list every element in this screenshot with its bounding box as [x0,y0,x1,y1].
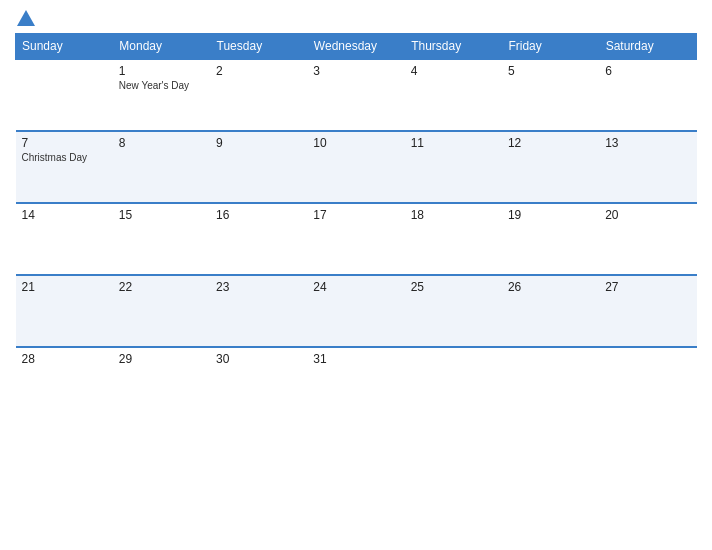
weekday-header-wednesday: Wednesday [307,34,404,60]
calendar-cell: 6 [599,59,696,131]
day-number: 5 [508,64,593,78]
day-number: 2 [216,64,301,78]
day-number: 13 [605,136,690,150]
calendar-cell: 9 [210,131,307,203]
weekday-header-row: SundayMondayTuesdayWednesdayThursdayFrid… [16,34,697,60]
day-number: 9 [216,136,301,150]
calendar-cell: 30 [210,347,307,419]
calendar-cell: 29 [113,347,210,419]
calendar-cell: 8 [113,131,210,203]
calendar-cell: 24 [307,275,404,347]
calendar-cell: 13 [599,131,696,203]
calendar-cell: 28 [16,347,113,419]
calendar-cell: 16 [210,203,307,275]
calendar-cell: 3 [307,59,404,131]
weekday-header-tuesday: Tuesday [210,34,307,60]
day-number: 6 [605,64,690,78]
logo-triangle-icon [17,10,35,26]
day-number: 31 [313,352,398,366]
calendar-cell: 2 [210,59,307,131]
calendar-cell: 7Christmas Day [16,131,113,203]
calendar-cell: 19 [502,203,599,275]
weekday-header-thursday: Thursday [405,34,502,60]
calendar-cell: 23 [210,275,307,347]
calendar-cell: 15 [113,203,210,275]
day-number: 22 [119,280,204,294]
calendar-cell: 22 [113,275,210,347]
day-number: 16 [216,208,301,222]
calendar-cell: 14 [16,203,113,275]
day-number: 18 [411,208,496,222]
day-number: 12 [508,136,593,150]
day-number: 8 [119,136,204,150]
day-number: 3 [313,64,398,78]
calendar-cell [502,347,599,419]
day-number: 28 [22,352,107,366]
day-number: 30 [216,352,301,366]
day-number: 29 [119,352,204,366]
day-number: 17 [313,208,398,222]
day-number: 11 [411,136,496,150]
calendar-cell: 17 [307,203,404,275]
calendar-cell: 20 [599,203,696,275]
day-number: 14 [22,208,107,222]
calendar-week-row: 1New Year's Day23456 [16,59,697,131]
calendar-cell: 10 [307,131,404,203]
day-number: 26 [508,280,593,294]
holiday-label: New Year's Day [119,80,204,91]
day-number: 24 [313,280,398,294]
day-number: 15 [119,208,204,222]
page-header [15,10,697,27]
calendar-cell: 12 [502,131,599,203]
day-number: 21 [22,280,107,294]
calendar-cell: 21 [16,275,113,347]
weekday-header-sunday: Sunday [16,34,113,60]
day-number: 27 [605,280,690,294]
calendar-cell [16,59,113,131]
calendar-table: SundayMondayTuesdayWednesdayThursdayFrid… [15,33,697,419]
holiday-label: Christmas Day [22,152,107,163]
day-number: 1 [119,64,204,78]
calendar-cell: 31 [307,347,404,419]
logo [15,10,35,27]
day-number: 10 [313,136,398,150]
calendar-cell: 27 [599,275,696,347]
calendar-cell [599,347,696,419]
weekday-header-friday: Friday [502,34,599,60]
day-number: 23 [216,280,301,294]
calendar-cell: 1New Year's Day [113,59,210,131]
day-number: 4 [411,64,496,78]
day-number: 7 [22,136,107,150]
calendar-week-row: 14151617181920 [16,203,697,275]
day-number: 20 [605,208,690,222]
calendar-week-row: 7Christmas Day8910111213 [16,131,697,203]
calendar-cell: 25 [405,275,502,347]
calendar-cell: 26 [502,275,599,347]
calendar-cell: 4 [405,59,502,131]
weekday-header-monday: Monday [113,34,210,60]
day-number: 25 [411,280,496,294]
calendar-cell: 5 [502,59,599,131]
calendar-page: SundayMondayTuesdayWednesdayThursdayFrid… [0,0,712,550]
calendar-week-row: 28293031 [16,347,697,419]
weekday-header-saturday: Saturday [599,34,696,60]
day-number: 19 [508,208,593,222]
calendar-cell: 11 [405,131,502,203]
calendar-cell: 18 [405,203,502,275]
calendar-week-row: 21222324252627 [16,275,697,347]
calendar-cell [405,347,502,419]
